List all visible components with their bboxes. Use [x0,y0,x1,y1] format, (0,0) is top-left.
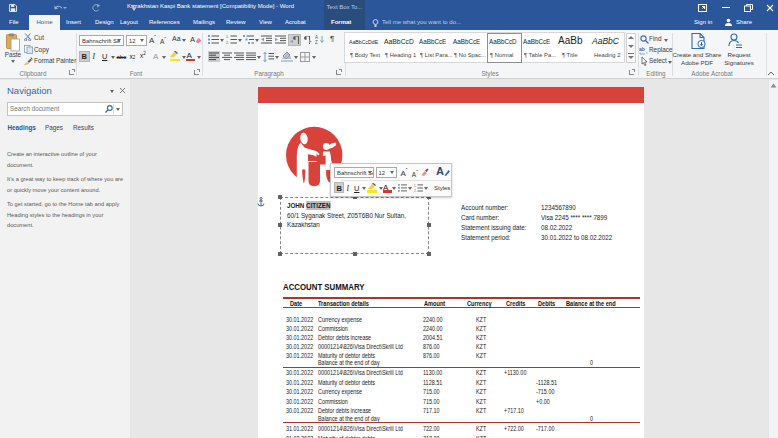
svg-text:1.: 1. [226,35,229,39]
svg-text:1.: 1. [414,184,417,188]
svg-text:2.: 2. [414,189,417,192]
svg-text:2.: 2. [226,41,229,44]
svg-text:Z: Z [315,40,318,44]
svg-text:ab: ab [639,46,645,52]
